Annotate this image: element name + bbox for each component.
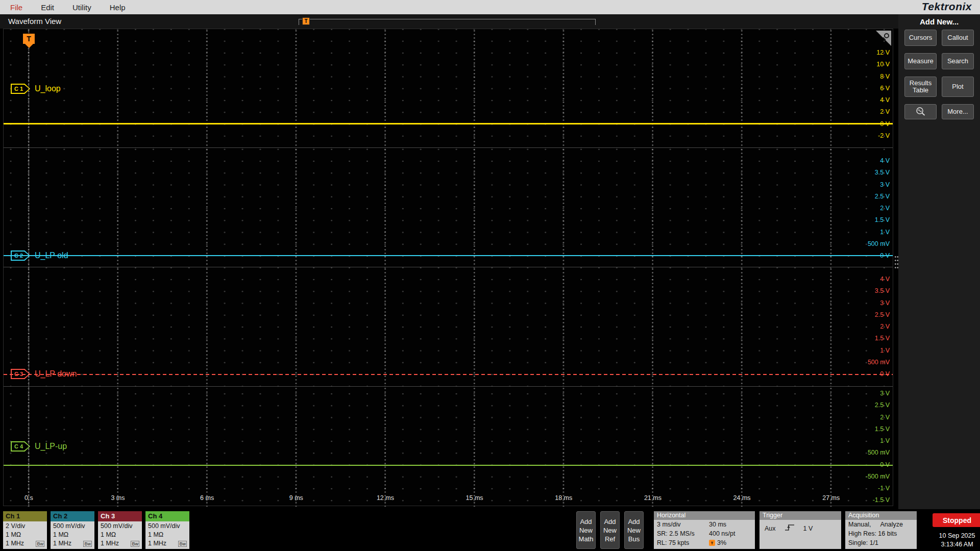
add-new-button[interactable]: Add New Ref [600,511,620,549]
trigger-source: Aux [765,525,776,532]
bandwidth-limit-icon: Bw [83,541,92,547]
scale-label: 2.5 V [851,309,890,321]
channel2-voltage-scale: 4 V3.5 V3 V2.5 V2 V1.5 V1 V500 mV0 V [851,155,890,262]
channel1-waveform-trace[interactable] [4,123,893,124]
channel-badge-body: 500 mV/div 1 MΩ 1 MHz Bw [98,521,142,548]
bandwidth-limit-icon: Bw [131,541,139,547]
scale-label: 0 V [851,368,890,380]
scale-label: 500 mV [851,238,890,250]
channel-badges: Ch 1 2 V/div 1 MΩ 1 MHz Bw Ch 2 500 mV/d… [3,511,189,549]
add-new-buttons: Add New Math Add New Ref Add New Bus [576,511,644,549]
channel1-tag-group[interactable]: C 1 U_loop [11,84,61,94]
scale-label: 3 V [851,179,890,191]
horizontal-position-indicator[interactable]: T [299,19,596,25]
trigger-position-handle[interactable]: T [302,17,310,25]
right-control-rail: Add New... Cursors Callout Measure Searc… [898,14,980,509]
rising-edge-icon [784,523,795,533]
scale-label: 4 V [851,155,890,167]
acquisition-panel[interactable]: Acquisition Manual, Analyze High Res: 16… [845,511,917,549]
scale-label: 6 V [851,83,890,94]
acquisition-panel-title: Acquisition [845,511,917,520]
bandwidth-limit-icon: Bw [36,541,44,547]
scale-label: 8 V [851,71,890,83]
scale-label: 2.5 V [851,191,890,203]
channel-badge-header[interactable]: Ch 4 [145,511,189,521]
channel-badge-header[interactable]: Ch 1 [3,511,47,521]
menu-item[interactable]: Help [110,3,126,12]
add-new-button[interactable]: Add New Bus [624,511,644,549]
menu-item[interactable]: Utility [72,3,91,12]
impedance-value: 1 MΩ [6,531,44,539]
scale-label: 0 V [851,459,890,471]
scale-label: 500 mV [851,357,890,368]
add-new-button[interactable]: Add New Math [576,511,596,549]
impedance-value: 1 MΩ [148,531,187,539]
vertical-scale-value: 500 mV/div [148,522,187,531]
bandwidth-value: 1 MHz [6,539,24,548]
scale-label: 2 V [851,412,890,423]
horizontal-panel[interactable]: Horizontal 3 ms/div 30 ms SR: 2.5 MS/s 4… [654,511,755,549]
results-table-button[interactable]: Results Table [904,77,937,97]
horizontal-scale: 3 ms/div [657,521,709,528]
scale-label: 3 V [851,297,890,309]
trigger-marker[interactable]: T [23,34,35,44]
scale-label: 4 V [851,273,890,285]
record-length: RL: 75 kpts [657,539,709,546]
channel-badge-body: 2 V/div 1 MΩ 1 MHz Bw [3,521,47,548]
channel-badge[interactable]: Ch 2 500 mV/div 1 MΩ 1 MHz Bw [51,511,94,549]
channel3-waveform-trace[interactable] [4,374,893,375]
channel2-waveform-trace[interactable] [4,255,893,256]
trigger-level: 1 V [803,525,813,532]
channel4-tag-group[interactable]: C 4 U_LP-up [11,441,67,452]
channel4-tag[interactable]: C 4 [11,441,30,452]
zoom-overview-button[interactable] [904,104,937,119]
search-button[interactable]: Search [942,53,974,69]
channel-badge[interactable]: Ch 4 500 mV/div 1 MΩ 1 MHz Bw [145,511,189,549]
plot-button[interactable]: Plot [942,77,974,97]
scale-label: 1.5 V [851,214,890,226]
scale-label: 1 V [851,227,890,238]
scale-label: 1 V [851,345,890,357]
time-label: 18 ms [519,494,608,502]
scale-label: 2 V [851,321,890,333]
tektronix-logo: Tektronix [922,1,972,13]
scale-label: 3.5 V [851,167,890,179]
trigger-panel[interactable]: Trigger Aux 1 V [760,511,841,549]
time-label: 24 ms [697,494,787,502]
callout-button[interactable]: Callout [942,30,974,46]
channel3-voltage-scale: 4 V3.5 V3 V2.5 V2 V1.5 V1 V500 mV0 V [851,273,890,380]
vertical-scale-value: 500 mV/div [53,522,92,531]
time-label: 21 ms [608,494,698,502]
channel4-voltage-scale: 3 V2.5 V2 V1.5 V1 V500 mV0 V-500 mV-1 V-… [851,388,890,507]
more-button[interactable]: More... [942,104,974,119]
menu-item[interactable]: File [10,3,22,12]
scale-label: 10 V [851,59,890,70]
trigger-position-percent: 3% [717,539,726,546]
measure-button[interactable]: Measure [904,53,937,69]
scale-label: 12 V [851,47,890,59]
channel4-label: U_LP-up [35,442,67,451]
channel-badge[interactable]: Ch 3 500 mV/div 1 MΩ 1 MHz Bw [98,511,142,549]
time-axis: 0 s3 ms6 ms9 ms12 ms15 ms18 ms21 ms24 ms… [0,494,876,502]
menu-item[interactable]: Edit [41,3,54,12]
time-label: 9 ms [252,494,341,502]
channel-badge-header[interactable]: Ch 3 [98,511,142,521]
time-label: 0 s [0,494,74,502]
channel3-slice: C 3 U_LP down 4 V3.5 V3 V2.5 V2 V1.5 V1 … [4,267,893,387]
cursors-button[interactable]: Cursors [904,30,937,46]
date-time: 10 Sep 2025 3:13:46 AM [932,532,980,549]
channel1-tag[interactable]: C 1 [11,84,30,94]
channel-badge[interactable]: Ch 1 2 V/div 1 MΩ 1 MHz Bw [3,511,47,549]
trigger-position-line[interactable] [29,29,29,506]
channel-badge-header[interactable]: Ch 2 [51,511,94,521]
channel4-waveform-trace[interactable] [4,465,893,466]
add-new-heading: Add New... [898,17,980,26]
waveform-display[interactable]: C 1 U_loop 12 V10 V8 V6 V4 V2 V0 V-2 V C… [3,29,893,506]
menu: FileEditUtilityHelp [0,0,980,14]
time-label: 3 ms [74,494,163,502]
scale-label: 2 V [851,106,890,118]
scale-label: 3 V [851,388,890,399]
waveform-view-titlebar: Waveform View T [0,14,898,29]
run-stop-button[interactable]: Stopped [933,513,980,527]
scale-label: -2 V [851,130,890,142]
